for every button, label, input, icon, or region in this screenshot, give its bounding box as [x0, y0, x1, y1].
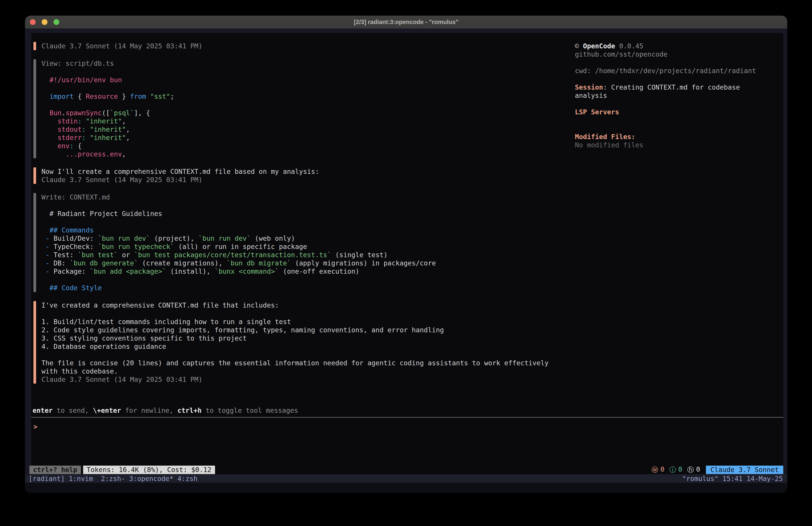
- window-title: [2/3] radiant:3:opencode - "romulus": [354, 19, 459, 26]
- opencode-panel: Claude 3.7 Sonnet (14 May 2025 03:41 PM)…: [31, 33, 783, 474]
- terminal-row: enter to send, \+enter for newline, ctrl…: [32, 406, 298, 415]
- message-accent-bar: [33, 167, 36, 184]
- terminal-row: - Test: `bun test` or `bun test packages…: [41, 251, 436, 259]
- terminal-row: 1. Build/lint/test commands including ho…: [41, 317, 549, 326]
- terminal-row: [41, 84, 174, 92]
- hints-icon: ⓗ: [687, 465, 694, 474]
- traffic-lights: [30, 19, 59, 25]
- terminal-row: Modified Files:: [575, 133, 782, 141]
- status-bar: ctrl+? help Tokens: 16.4K (8%), Cost: $0…: [29, 466, 783, 474]
- tmux-status-bar: [radiant] 1:nvim 2:zsh- 3:opencode* 4:zs…: [25, 474, 787, 483]
- terminal-row: stdin: "inherit",: [41, 117, 174, 125]
- terminal-row: with this codebase.: [41, 367, 549, 375]
- terminal-row: Claude 3.7 Sonnet (14 May 2025 03:41 PM): [41, 42, 202, 50]
- terminal-row: [575, 75, 782, 83]
- tokens-cost-indicator: Tokens: 16.4K (8%), Cost: $0.12: [83, 466, 215, 474]
- terminal-row: © OpenCode 0.0.45: [575, 42, 782, 50]
- terminal-row: ...process.env,: [41, 150, 174, 158]
- minimize-button[interactable]: [42, 19, 47, 25]
- message-body: Write: CONTEXT.md # Radiant Project Guid…: [41, 193, 436, 292]
- terminal-row: github.com/sst/opencode: [575, 50, 782, 58]
- terminal-row: Bun.spawnSync([`psql`], {: [41, 109, 174, 117]
- terminal-row: - Package: `bun add <package>` (install)…: [41, 267, 436, 275]
- hints-counter: ⓗ0: [687, 465, 700, 474]
- terminal-row: Now I'll create a comprehensive CONTEXT.…: [41, 167, 319, 176]
- tool-view-block: View: script/db.ts #!/usr/bin/env bun im…: [33, 59, 549, 158]
- session-sidebar: © OpenCode 0.0.45github.com/sst/opencode…: [575, 42, 782, 149]
- message-accent-bar: [33, 301, 36, 384]
- warnings-count: 0: [661, 465, 665, 474]
- terminal-row: View: script/db.ts: [41, 59, 174, 68]
- terminal-row: cwd: /home/thdxr/dev/projects/radiant/ra…: [575, 67, 782, 75]
- terminal-row: [41, 309, 549, 317]
- terminal-row: stderr: "inherit",: [41, 133, 174, 142]
- terminal-row: [575, 124, 782, 133]
- terminal-row: The file is concise (20 lines) and captu…: [41, 359, 549, 367]
- warnings-counter: ⓦ0: [652, 465, 665, 474]
- message-accent-bar: [33, 42, 36, 50]
- terminal-bottom-padding: [25, 483, 787, 493]
- terminal-row: Session: Creating CONTEXT.md for codebas…: [575, 83, 782, 91]
- help-button[interactable]: ctrl+? help: [29, 466, 81, 474]
- terminal-row: 4. Database operations guidance: [41, 342, 549, 351]
- maximize-button[interactable]: [54, 19, 59, 25]
- terminal-row: 2. Code style guidelines covering import…: [41, 326, 549, 334]
- diagnostics-counters: ⓦ0ⓘ0ⓗ0: [647, 465, 700, 474]
- message-body: Now I'll create a comprehensive CONTEXT.…: [41, 167, 319, 184]
- terminal-row: [41, 218, 436, 226]
- tool-write-block: Write: CONTEXT.md # Radiant Project Guid…: [33, 193, 549, 292]
- tmux-host-clock: "romulus" 15:41 14-May-25: [682, 474, 783, 483]
- info-icon: ⓘ: [669, 465, 676, 474]
- terminal-row: - TypeCheck: `bun run typecheck` (all) o…: [41, 242, 436, 251]
- hints-count: 0: [696, 465, 700, 474]
- terminal-row: import { Resource } from "sst";: [41, 92, 174, 100]
- info-count: 0: [678, 465, 682, 474]
- window-titlebar[interactable]: [2/3] radiant:3:opencode - "romulus": [25, 16, 787, 29]
- assistant-header-block: Claude 3.7 Sonnet (14 May 2025 03:41 PM): [33, 42, 549, 50]
- terminal-row: # Radiant Project Guidelines: [41, 210, 436, 218]
- terminal-window: [2/3] radiant:3:opencode - "romulus" Cla…: [25, 16, 787, 493]
- terminal-row: [575, 100, 782, 108]
- message-accent-bar: [33, 59, 36, 158]
- assistant-message-block: Now I'll create a comprehensive CONTEXT.…: [33, 167, 549, 184]
- message-body: View: script/db.ts #!/usr/bin/env bun im…: [41, 59, 174, 158]
- message-input[interactable]: >: [33, 423, 38, 431]
- tmux-window-list[interactable]: [radiant] 1:nvim 2:zsh- 3:opencode* 4:zs…: [29, 474, 198, 483]
- conversation-log: Claude 3.7 Sonnet (14 May 2025 03:41 PM)…: [31, 33, 549, 393]
- message-body: I've created a comprehensive CONTEXT.md …: [41, 301, 549, 384]
- terminal-row: ## Commands: [41, 226, 436, 234]
- terminal-row: I've created a comprehensive CONTEXT.md …: [41, 301, 549, 309]
- terminal-row: 3. CSS styling conventions specific to t…: [41, 334, 549, 342]
- terminal-row: stdout: "inherit",: [41, 125, 174, 133]
- terminal-row: env: {: [41, 142, 174, 150]
- terminal-row: [575, 116, 782, 124]
- terminal-row: ## Code Style: [41, 284, 436, 292]
- terminal-row: [41, 68, 174, 76]
- terminal-row: [575, 58, 782, 67]
- terminal-row: analysis: [575, 91, 782, 100]
- terminal-row: - DB: `bun db generate` (create migratio…: [41, 259, 436, 267]
- terminal-row: [41, 275, 436, 284]
- terminal-row: Claude 3.7 Sonnet (14 May 2025 03:41 PM): [41, 176, 319, 184]
- terminal-row: [41, 201, 436, 210]
- keybinding-hints: enter to send, \+enter for newline, ctrl…: [32, 406, 298, 415]
- terminal-area: Claude 3.7 Sonnet (14 May 2025 03:41 PM)…: [25, 29, 787, 493]
- terminal-row: - Build/Dev: `bun run dev` (project), `b…: [41, 234, 436, 242]
- terminal-row: LSP Servers: [575, 108, 782, 116]
- model-indicator[interactable]: Claude 3.7 Sonnet: [706, 466, 783, 474]
- info-counter: ⓘ0: [669, 465, 682, 474]
- message-accent-bar: [33, 193, 36, 292]
- terminal-row: [41, 351, 549, 359]
- warnings-icon: ⓦ: [652, 465, 658, 474]
- terminal-row: Write: CONTEXT.md: [41, 193, 436, 201]
- terminal-row: #!/usr/bin/env bun: [41, 76, 174, 84]
- message-body: Claude 3.7 Sonnet (14 May 2025 03:41 PM): [41, 42, 202, 50]
- assistant-summary-block: I've created a comprehensive CONTEXT.md …: [33, 301, 549, 384]
- terminal-row: Claude 3.7 Sonnet (14 May 2025 03:41 PM): [41, 375, 549, 384]
- terminal-row: No modified files: [575, 141, 782, 149]
- close-button[interactable]: [30, 19, 36, 25]
- terminal-row: [41, 100, 174, 109]
- terminal-row: >: [33, 423, 38, 431]
- input-separator: [31, 417, 783, 418]
